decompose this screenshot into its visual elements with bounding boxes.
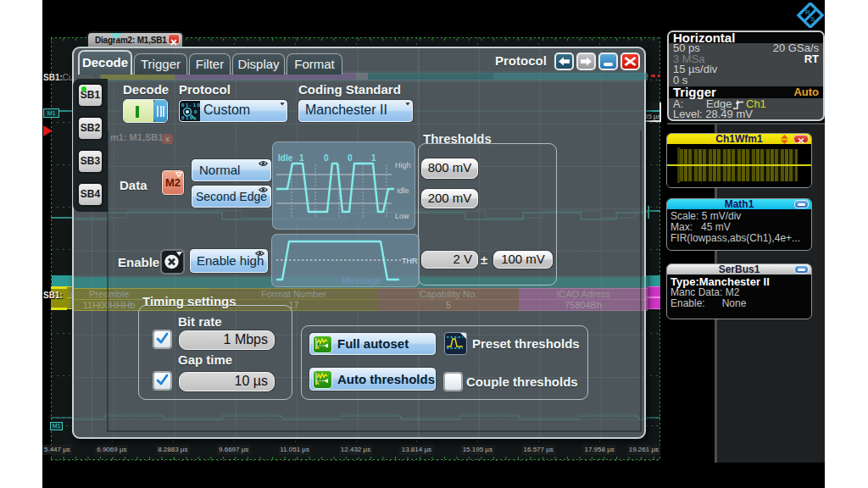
svg-text:High: High (395, 161, 411, 169)
svg-text:0: 0 (348, 153, 353, 163)
svg-text:Low: Low (395, 212, 409, 220)
svg-text:Message: Message (342, 275, 381, 286)
svg-text:1: 1 (371, 153, 376, 163)
svg-text:0: 0 (324, 153, 329, 163)
svg-text:0: 0 (194, 109, 198, 114)
svg-text:0 1 · 1 0: 0 1 · 1 0 (181, 103, 200, 108)
svg-text:S: S (810, 15, 815, 23)
svg-text:THR: THR (402, 257, 418, 265)
svg-text:1: 1 (299, 153, 304, 163)
svg-text:Idle: Idle (278, 153, 293, 163)
svg-text:Idle: Idle (397, 186, 409, 195)
